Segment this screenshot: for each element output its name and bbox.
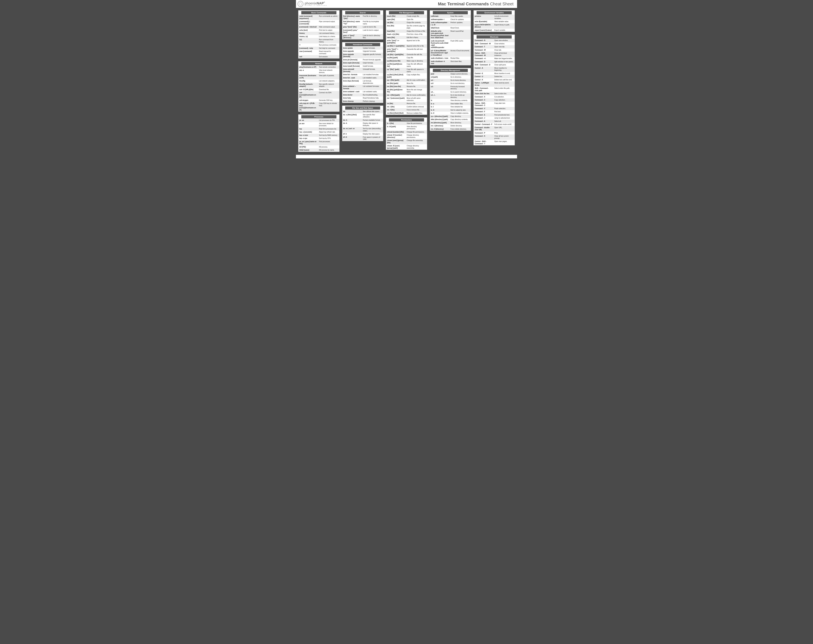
table-row: [command] --helpGet help for command.	[299, 47, 339, 50]
description-cell: Append entire file to file.	[406, 44, 427, 48]
table-row: Command - NOpen new window.	[474, 39, 514, 42]
description-cell: View variable value.	[493, 20, 514, 23]
description-cell: Move insertion to end.	[493, 72, 514, 75]
description-cell: Perform cleanup.	[362, 100, 383, 103]
description-cell: Find preselected text.	[493, 113, 514, 117]
command-cell: Control - Command - F	[474, 123, 493, 126]
command-cell: du -k	[342, 122, 362, 127]
command-cell: df -h	[342, 132, 362, 136]
command-cell: exit	[299, 55, 318, 58]
command-cell: cp [file1] [file2] [file3] [path]	[386, 73, 406, 78]
description-cell: Read Homebrew help.	[362, 97, 383, 100]
table-row: Command - EFind preselected text.	[474, 113, 514, 117]
table-row: ls -SSort ls output by size.	[430, 109, 471, 112]
description-cell: Change directory permissions.	[406, 133, 427, 139]
command-cell: rm [file1] [file2] [file3]	[386, 112, 406, 115]
block: Permissionsls -l [file]View file permiss…	[386, 117, 427, 150]
description-cell: Output current directory.	[450, 72, 471, 76]
description-cell: Move all with same extension.	[406, 97, 427, 102]
block: ShortcutsCommand - NOpen new window.Shif…	[473, 34, 515, 146]
command-cell: top -s [seconds]	[299, 130, 318, 134]
command-cell: cat [file]	[386, 21, 406, 24]
description-cell: Open new tab.	[493, 45, 514, 49]
command-cell: Triple-click the line.	[474, 92, 493, 95]
command-cell: ls -a	[430, 102, 450, 105]
description-cell: Unpin formula.	[362, 61, 383, 64]
table-row: cd ~/Library/Mobile\ Documents/com~apple…	[430, 49, 471, 57]
table-row: [command] | grep "[text]"Look for text i…	[342, 29, 383, 34]
command-cell: Option - Left/Right Arrow	[474, 81, 493, 87]
description-cell: Check for updates.	[450, 18, 471, 21]
table-row: brew upgradeUpgrade formulae.	[342, 50, 383, 53]
description-cell: Go to directory.	[450, 75, 471, 79]
command-table: duSee utilized disk space.du -s [file1] …	[342, 110, 383, 141]
table-row: ssh-copy-id -i [PUB-key] [user]@[hostnam…	[299, 102, 339, 112]
description-cell: Move insertion to beginning.	[493, 66, 514, 72]
description-cell: Look for text in output.	[362, 29, 383, 34]
table-row: find [directory] -name "*txt"Find file b…	[342, 20, 383, 25]
command-table: ping [hostname-or-IP]Test remote connect…	[299, 66, 339, 112]
table-row: brew uninstall [formula]Uninstall formul…	[342, 67, 383, 73]
description-cell: Output first 10 lines of file.	[406, 29, 427, 33]
table-row: cd ..Go to parent directory.	[430, 90, 471, 94]
command-cell: ls -C	[430, 112, 450, 115]
table-row: cp [file] [path]/[new-file]Copy file wit…	[386, 63, 427, 68]
table-row: historyList command history.	[299, 32, 339, 35]
table-row: Command - KClear all but current prompt.	[474, 135, 514, 140]
command-cell: mv [file] [path]/[new-file]	[386, 88, 406, 94]
table-row: cat [file]Output file contents.	[386, 21, 427, 24]
description-cell: Find text.	[493, 110, 514, 113]
command-cell: Command - double-click URL	[474, 126, 493, 132]
table-row: [command1] | [command2]Pipe command outp…	[299, 20, 339, 25]
table-row: export [name]=[value]Export variable.	[474, 29, 514, 32]
description-cell: Kill process by name.	[318, 149, 339, 152]
command-cell: mv [directory] [path]	[430, 121, 450, 124]
description-cell: Open URL.	[493, 126, 514, 132]
command-cell: ifconfig	[299, 79, 318, 83]
command-cell: cd -	[430, 85, 450, 90]
table-row: brew list --formulaList installed formul…	[342, 73, 383, 76]
command-cell: ls -l [file]	[386, 122, 406, 125]
table-row: top -o rsizeSort top by RAM memory.	[299, 134, 339, 137]
description-cell: Copy file with different name.	[406, 63, 427, 68]
description-cell: Hide command output.	[318, 25, 339, 29]
table-row: Command - CCopy selection.	[474, 98, 514, 102]
command-cell: ps -ax | grep [name-or-PID]	[299, 140, 318, 146]
description-cell: Confirm before removal.	[406, 105, 427, 109]
command-table: caffeinateKeep Mac awake.softwareupdate …	[430, 15, 471, 65]
table-row: ps auxSee more details for processes.	[299, 122, 339, 127]
table-row: Control - UDelete line.	[474, 75, 514, 78]
description-cell: View detailed list.	[450, 105, 471, 109]
description-cell: Open file.	[406, 18, 427, 21]
description-cell: See specific files' utilization.	[362, 113, 383, 118]
description-cell: List formula dependencies.	[362, 79, 383, 85]
command-cell: rm -rf [directory]	[430, 127, 450, 131]
table-row: grep "[text]" [file]Look for text in fil…	[342, 25, 383, 29]
command-cell: du -m | sort -nr	[342, 127, 362, 132]
table-row: Command - double-click URLOpen URL.	[474, 126, 514, 132]
command-cell: Option - Shift - Command - C	[474, 102, 493, 107]
description-cell: Exit session.	[318, 55, 339, 58]
command-cell: cp [file] [path]	[386, 56, 406, 59]
command-cell: !!	[299, 43, 318, 47]
table-row: cd /Go to root directory.	[430, 82, 471, 85]
description-cell: Create empty file.	[406, 15, 427, 18]
command-cell: sudo shutdown -h now	[430, 60, 450, 65]
command-table: Command - NOpen new window.Shift - Comma…	[474, 39, 514, 145]
table-row: topReal time processes list.	[299, 127, 339, 130]
table-row: rm -f [file]Force remove file.	[386, 108, 427, 112]
description-cell: List all environment variables.	[493, 15, 514, 20]
description-cell: Close all terminal instances.	[493, 52, 514, 57]
description-cell: View in multiple columns.	[450, 112, 471, 115]
command-table: brew updateUpdate formulae.brew upgradeU…	[342, 46, 383, 103]
table-row: Shift - Command - click pathSelect entir…	[474, 87, 514, 92]
table-row: mv [directory] [path]Move directory.	[430, 121, 471, 124]
command-cell: open [file]	[386, 18, 406, 21]
table-row: brew updateUpdate formulae.	[342, 46, 383, 50]
command-cell: Option - Shift - Command - W	[474, 52, 493, 57]
command-cell: Control - E	[474, 72, 493, 75]
command-cell: du -h	[342, 118, 362, 122]
command-cell: Shift - Command - D	[474, 63, 493, 66]
description-cell: Go to home directory.	[450, 79, 471, 82]
description-cell: Ask for copy confirmation.	[406, 78, 427, 82]
